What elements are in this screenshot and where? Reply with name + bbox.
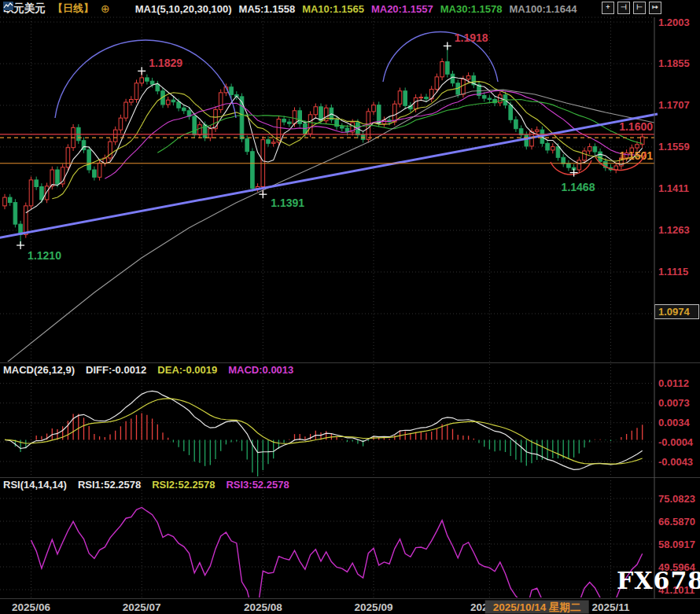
gridlines: 1.20031.18551.17071.15591.14111.12631.11… (0, 17, 696, 614)
scale-left-axis-icon[interactable]: ⊣ (617, 2, 630, 14)
ma100-line (0, 90, 654, 368)
date-axis-label: 2025/08 (244, 601, 282, 613)
selected-date-label: 2025/10/14 星期二 (493, 601, 581, 613)
macd-diff-value: DIFF:-0.0012 (86, 364, 146, 376)
macd-dea-value: DEA:-0.0019 (157, 364, 217, 376)
date-axis-label: 2025/11 (591, 601, 630, 613)
macd-axis-label: -0.0043 (658, 456, 693, 468)
period-label[interactable]: 【日线】 (53, 2, 94, 16)
exit-chart-icon[interactable]: ↦ (649, 2, 661, 14)
level-price-label: 1.1501 (619, 149, 653, 162)
ma-group-label: MA1(5,10,20,30,100) (135, 3, 232, 15)
rsi1-value: RSI1:52.2578 (78, 479, 141, 491)
rsi-axis-label: 58.0917 (658, 539, 695, 550)
price-axis-label: 1.2003 (658, 17, 690, 28)
price-axis-label: 1.1411 (658, 182, 689, 194)
macd-axis-label: 0.0112 (658, 377, 689, 389)
date-axis-label: 2025/06 (12, 601, 50, 613)
swing-price-label: 1.1918 (455, 31, 488, 44)
scale-right-axis-icon[interactable]: ⊢ (633, 2, 646, 14)
main-legend: 欧元美元 【日线】 ⊕ MA1(5,10,20,30,100) MA5:1.15… (3, 1, 577, 17)
date-axis-label: 2025/09 (355, 601, 393, 613)
rsi-line (31, 507, 643, 614)
price-axis-label: 1.1115 (658, 266, 688, 278)
chart-app: 1.20031.18551.17071.15591.14111.12631.11… (0, 0, 700, 614)
macd-title: MACD(26,12,9) (3, 364, 75, 376)
price-axis-label: 1.1263 (658, 224, 690, 236)
ma5-line (26, 77, 643, 213)
rsi2-value: RSI2:52.2578 (152, 479, 215, 491)
rsi3-value: RSI3:52.2578 (226, 479, 289, 491)
macd-pane (5, 391, 643, 479)
macd-dea-line (5, 399, 643, 464)
chart-toolbar: + ⊣ ⊢ ↦ (602, 2, 661, 14)
price-chart[interactable]: 1.20031.18551.17071.15591.14111.12631.11… (0, 0, 700, 614)
rsi-legend: RSI(14,14,14) RSI1:52.2578 RSI2:52.2578 … (3, 479, 289, 491)
macd-macd-value: MACD:0.0013 (228, 364, 293, 376)
ma10-legend: MA10:1.1565 (302, 3, 364, 15)
swing-price-label: 1.1829 (149, 57, 182, 69)
candles (3, 46, 644, 245)
macd-axis-label: -0.0004 (658, 436, 694, 448)
price-axis-label: 1.1855 (658, 57, 690, 69)
price-axis-label: 1.1559 (658, 141, 690, 153)
rsi-axis-label: 66.5870 (658, 516, 695, 528)
swing-price-label: 1.1210 (28, 249, 61, 262)
fx678-watermark: FX678 (617, 567, 700, 594)
ma30-line (157, 100, 642, 153)
level-price-label: 1.1600 (619, 120, 653, 133)
rsi-title: RSI(14,14,14) (3, 479, 67, 491)
axis-price-box-label: 1.0974 (658, 306, 691, 318)
ma100-legend: MA100:1.1644 (509, 3, 577, 15)
macd-legend: MACD(26,12,9) DIFF:-0.0012 DEA:-0.0019 M… (3, 364, 293, 376)
chart-style-icon[interactable] (117, 4, 128, 14)
crosshair-icon[interactable]: + (602, 2, 614, 14)
date-axis-label: 2025/07 (123, 601, 161, 613)
ma30-legend: MA30:1.1578 (440, 3, 503, 15)
macd-diff-line (5, 391, 643, 469)
macd-axis-label: 0.0073 (658, 397, 690, 409)
price-axis-label: 1.1707 (658, 99, 690, 111)
macd-axis-label: 0.0034 (658, 417, 691, 428)
swing-price-label: 1.1391 (271, 197, 304, 209)
circle-plus-icon[interactable]: ⊕ (101, 2, 110, 15)
ma20-legend: MA20:1.1557 (371, 3, 433, 15)
rsi-axis-label: 75.0823 (658, 493, 695, 505)
ma5-legend: MA5:1.1558 (239, 3, 296, 15)
swing-price-label: 1.1468 (562, 181, 595, 193)
